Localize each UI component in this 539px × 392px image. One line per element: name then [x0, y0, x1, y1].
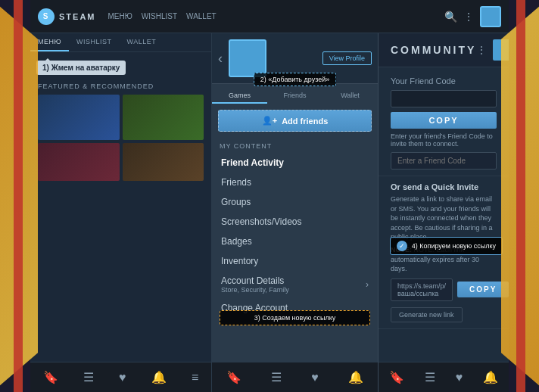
mid-bottom-icon-2[interactable]: ☰	[271, 370, 282, 384]
link-row: https://s.team/p/вашa/ссылка COPY	[391, 278, 497, 301]
friend-code-copy-button[interactable]: COPY	[391, 112, 497, 129]
step4-label: ✓ 4) Копируем новую ссылку	[390, 237, 503, 255]
search-icon[interactable]: 🔍	[444, 11, 457, 23]
right-bottom-icon-2[interactable]: ☰	[425, 370, 435, 384]
gift-ribbon-right	[516, 0, 525, 392]
tab-wishlist[interactable]: WISHLIST	[69, 33, 120, 51]
steam-nav: МЕНЮ WISHLIST WALLET	[108, 12, 217, 20]
header-icons: 🔍 ⋮	[444, 6, 501, 27]
community-header: COMMUNITY ⋮	[379, 33, 509, 67]
mini-tab-friends[interactable]: Friends	[267, 89, 322, 104]
mid-bottom-icon-3[interactable]: ♥	[311, 371, 319, 384]
enter-friend-code-input[interactable]	[391, 152, 497, 170]
left-nav-tabs: МЕНЮ WISHLIST WALLET	[30, 33, 211, 52]
add-friends-button[interactable]: 👤+ Add friends	[218, 110, 372, 132]
menu-icon[interactable]: ⋮	[463, 11, 474, 23]
steam-logo: S STEAM	[38, 8, 96, 25]
mid-bottom-icon-4[interactable]: 🔔	[348, 370, 363, 384]
friend-code-section: Your Friend Code COPY Enter your friend'…	[379, 67, 509, 176]
arrow-icon: ›	[366, 279, 369, 290]
steam-icon: S	[38, 8, 55, 25]
menu-account-details[interactable]: Account Details Store, Security, Family …	[212, 271, 378, 298]
nav-wallet[interactable]: WALLET	[186, 12, 217, 20]
step1-text: 1) Жмем на аватарку	[42, 64, 120, 72]
content-area: МЕНЮ WISHLIST WALLET 1) Жмем на аватарку…	[30, 33, 509, 392]
community-menu-icon[interactable]: ⋮	[476, 44, 487, 56]
steam-header: S STEAM МЕНЮ WISHLIST WALLET 🔍 ⋮	[30, 0, 509, 33]
right-bottom-nav: 🔖 ☰ ♥ 🔔	[379, 362, 509, 392]
invite-link-box: https://s.team/p/вашa/ссылка	[391, 278, 453, 301]
community-title: COMMUNITY	[391, 44, 476, 56]
quick-invite-title: Or send a Quick Invite	[391, 182, 497, 191]
middle-panel: ‹ View Profile 2) «Добавить друзей» Game…	[212, 33, 379, 392]
right-bottom-icon-3[interactable]: ♥	[456, 371, 463, 384]
friend-code-label: Your Friend Code	[391, 76, 497, 86]
back-arrow[interactable]: ‹	[218, 51, 223, 67]
step2-label: 2) «Добавить друзей»	[254, 73, 337, 86]
account-details-sub: Store, Security, Family	[221, 286, 289, 294]
right-bottom-icon-4[interactable]: 🔔	[483, 370, 498, 384]
generate-row: Generate new link	[391, 304, 497, 322]
invite-hint: Enter your friend's Friend Code to invit…	[391, 132, 497, 148]
game-thumb-1	[38, 95, 120, 140]
left-bottom-nav: 🔖 ☰ ♥ 🔔 ≡	[30, 362, 211, 392]
right-bottom-icon-1[interactable]: 🔖	[389, 370, 404, 384]
game-thumbnails	[30, 95, 211, 181]
menu-friends[interactable]: Friends	[212, 173, 378, 192]
bottom-icon-heart[interactable]: ♥	[119, 371, 126, 384]
account-details-label: Account Details	[221, 275, 289, 286]
bottom-icon-bell[interactable]: 🔔	[151, 370, 167, 384]
add-friends-icon: 👤+	[262, 116, 277, 126]
menu-friend-activity[interactable]: Friend Activity	[212, 153, 378, 173]
avatar[interactable]	[480, 6, 501, 27]
mini-tab-games[interactable]: Games	[212, 89, 267, 104]
menu-groups[interactable]: Groups	[212, 192, 378, 212]
nav-menu[interactable]: МЕНЮ	[108, 12, 132, 20]
menu-items: Friend Activity Friends Groups Screensho…	[212, 153, 378, 318]
menu-inventory[interactable]: Inventory	[212, 251, 378, 271]
checkmark-icon: ✓	[397, 241, 407, 251]
profile-mini-tabs: Games Friends Wallet	[212, 89, 378, 104]
add-friends-label: Add friends	[282, 117, 328, 126]
view-profile-button[interactable]: View Profile	[322, 51, 372, 65]
quick-invite-desc: Generate a link to share via email or SM…	[391, 194, 497, 242]
mid-bottom-icon-1[interactable]: 🔖	[226, 370, 241, 384]
main-container: S STEAM МЕНЮ WISHLIST WALLET 🔍 ⋮ МЕНЮ WI…	[30, 0, 509, 392]
game-thumb-4	[123, 143, 204, 181]
bottom-icon-bookmark[interactable]: 🔖	[43, 370, 58, 384]
friend-code-input[interactable]	[391, 90, 497, 107]
steam-text: STEAM	[59, 12, 96, 21]
step3-label: 3) Создаем новую ссылку	[220, 310, 370, 325]
my-content-label: MY CONTENT	[212, 138, 378, 153]
menu-badges[interactable]: Badges	[212, 232, 378, 251]
right-panel: COMMUNITY ⋮ Your Friend Code COPY Enter …	[379, 33, 509, 392]
nav-wishlist[interactable]: WISHLIST	[142, 12, 177, 20]
game-thumb-3	[38, 143, 120, 181]
quick-invite-section: Or send a Quick Invite Generate a link t…	[379, 176, 509, 329]
invite-copy-button[interactable]: COPY	[457, 282, 509, 297]
bottom-icon-menu[interactable]: ≡	[192, 371, 198, 384]
profile-avatar[interactable]	[229, 39, 266, 77]
step1-tooltip: 1) Жмем на аватарку	[36, 61, 126, 75]
tab-wallet[interactable]: WALLET	[120, 33, 164, 51]
mini-tab-wallet[interactable]: Wallet	[322, 89, 378, 104]
generate-link-button[interactable]: Generate new link	[391, 307, 463, 322]
middle-bottom-nav: 🔖 ☰ ♥ 🔔	[212, 362, 378, 392]
menu-screenshots[interactable]: Screenshots/Videos	[212, 212, 378, 232]
gift-ribbon-left	[14, 0, 23, 392]
bottom-icon-list[interactable]: ☰	[83, 370, 94, 384]
left-panel: МЕНЮ WISHLIST WALLET 1) Жмем на аватарку…	[30, 33, 212, 392]
game-thumb-2	[123, 95, 204, 140]
